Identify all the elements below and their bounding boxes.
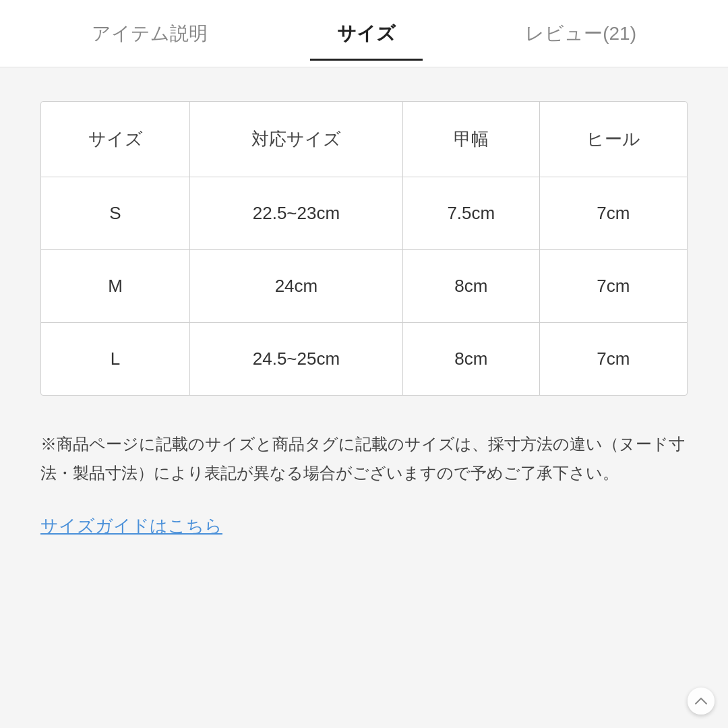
cell-size-m: M bbox=[41, 250, 190, 323]
size-guide-link[interactable]: サイズガイドはこちら bbox=[40, 516, 222, 536]
header-width: 甲幅 bbox=[402, 102, 539, 177]
size-table: サイズ 対応サイズ 甲幅 ヒール S 22.5~23cm 7.5cm 7cm M bbox=[41, 102, 687, 395]
tab-navigation: アイテム説明 サイズ レビュー(21) bbox=[0, 0, 728, 67]
cell-width-l: 8cm bbox=[402, 323, 539, 396]
tab-description[interactable]: アイテム説明 bbox=[65, 7, 235, 60]
tab-size[interactable]: サイズ bbox=[310, 7, 423, 60]
tab-size-label: サイズ bbox=[337, 21, 396, 47]
notice-text: ※商品ページに記載のサイズと商品タグに記載のサイズは、採寸方法の違い（ヌード寸法… bbox=[40, 429, 688, 487]
cell-width-s: 7.5cm bbox=[402, 177, 539, 250]
table-row: L 24.5~25cm 8cm 7cm bbox=[41, 323, 687, 396]
header-size: サイズ bbox=[41, 102, 190, 177]
cell-compatible-s: 22.5~23cm bbox=[190, 177, 403, 250]
table-row: S 22.5~23cm 7.5cm 7cm bbox=[41, 177, 687, 250]
cell-compatible-m: 24cm bbox=[190, 250, 403, 323]
tab-review[interactable]: レビュー(21) bbox=[498, 7, 663, 60]
cell-heel-m: 7cm bbox=[539, 250, 687, 323]
chevron-up-icon bbox=[695, 698, 707, 704]
cell-heel-s: 7cm bbox=[539, 177, 687, 250]
cell-compatible-l: 24.5~25cm bbox=[190, 323, 403, 396]
header-compatible: 対応サイズ bbox=[190, 102, 403, 177]
header-heel: ヒール bbox=[539, 102, 687, 177]
cell-size-s: S bbox=[41, 177, 190, 250]
size-table-wrapper: サイズ 対応サイズ 甲幅 ヒール S 22.5~23cm 7.5cm 7cm M bbox=[40, 101, 688, 396]
page-container: アイテム説明 サイズ レビュー(21) サイズ 対応サイズ 甲幅 ヒール bbox=[0, 0, 728, 728]
main-content: サイズ 対応サイズ 甲幅 ヒール S 22.5~23cm 7.5cm 7cm M bbox=[0, 67, 728, 728]
table-row: M 24cm 8cm 7cm bbox=[41, 250, 687, 323]
cell-heel-l: 7cm bbox=[539, 323, 687, 396]
tab-review-label: レビュー(21) bbox=[525, 21, 636, 47]
tab-description-label: アイテム説明 bbox=[92, 21, 208, 47]
cell-size-l: L bbox=[41, 323, 190, 396]
table-header-row: サイズ 対応サイズ 甲幅 ヒール bbox=[41, 102, 687, 177]
cell-width-m: 8cm bbox=[402, 250, 539, 323]
scroll-indicator bbox=[688, 688, 715, 715]
